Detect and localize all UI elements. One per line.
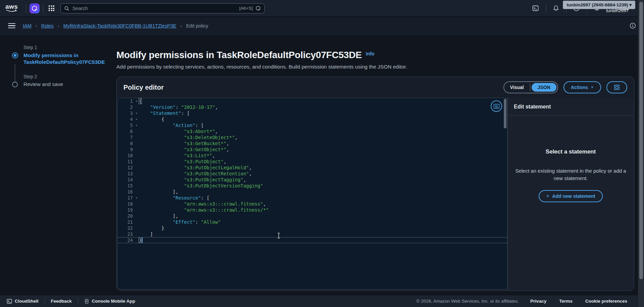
line-number: 15 — [117, 183, 134, 188]
json-string: "s3:PutObjectTagging" — [184, 177, 243, 182]
breadcrumb-link[interactable]: Roles — [41, 23, 54, 29]
amazon-q-icon[interactable] — [30, 3, 40, 13]
code-line[interactable]: 19"arn:aws:s3:::crawl.fitness/*" — [117, 207, 507, 213]
actions-button[interactable]: Actions ▼ — [564, 81, 601, 93]
fold-arrow-icon[interactable]: ▾ — [134, 196, 139, 200]
step-2-title[interactable]: Review and save — [23, 81, 106, 87]
code-line[interactable]: 12"s3:PutObjectLegalHold", — [117, 165, 507, 171]
breadcrumb-link[interactable]: IAM — [23, 23, 32, 29]
json-punctuation: : [ — [181, 111, 190, 116]
console-mobile-app-button[interactable]: Console Mobile App — [84, 299, 135, 304]
code-line[interactable]: 17▾"Resource": [ — [117, 195, 507, 201]
footer-link-cookie-preferences[interactable]: Cookie preferences — [585, 299, 627, 304]
code-line[interactable]: 24} — [117, 237, 507, 243]
services-grid-icon[interactable] — [49, 5, 54, 11]
info-link[interactable]: Info — [366, 51, 375, 56]
fold-arrow-icon[interactable]: ▾ — [134, 112, 139, 115]
cloudshell-icon — [7, 299, 12, 304]
line-number: 24 — [117, 237, 134, 243]
json-punctuation: { — [139, 98, 142, 104]
code-text: "s3:List*", — [139, 153, 215, 158]
code-line[interactable]: 5▾"Action": [ — [117, 122, 507, 128]
json-code-editor[interactable]: 1▾{2"Version": "2012-10-17",3▾"Statement… — [117, 98, 507, 290]
code-line[interactable]: 16], — [117, 189, 507, 195]
code-text: "s3:GetBucket*", — [139, 141, 229, 146]
code-line[interactable]: 6"s3:Abort*", — [117, 128, 507, 134]
footer-link-privacy[interactable]: Privacy — [530, 299, 546, 304]
code-line[interactable]: 2"Version": "2012-10-17", — [117, 104, 507, 110]
breadcrumb-separator: › — [180, 23, 182, 29]
json-string: "s3:PutObject" — [184, 159, 223, 164]
breadcrumb-current: Edit policy — [186, 23, 208, 29]
json-punctuation: ] — [150, 231, 153, 237]
code-text: { — [139, 117, 164, 122]
copyright-text: © 2026, Amazon Web Services, Inc. or its… — [416, 299, 519, 304]
toggle-visual[interactable]: Visual — [504, 85, 530, 90]
toggle-json[interactable]: JSON — [532, 83, 556, 92]
aws-smile-icon — [6, 9, 18, 12]
footer-link-terms[interactable]: Terms — [559, 299, 573, 304]
code-line[interactable]: 21"Effect": "Allow" — [117, 219, 507, 225]
code-line[interactable]: 8"s3:GetBucket*", — [117, 140, 507, 146]
expand-panel-button[interactable] — [606, 81, 627, 93]
search-box[interactable]: [Alt+S] — [60, 3, 265, 13]
mouse-ibeam-cursor — [277, 233, 280, 238]
breadcrumb-separator: › — [36, 23, 37, 29]
json-string: "arn:aws:s3:::crawl.fitness" — [184, 201, 263, 207]
page-scrollbar-thumb[interactable] — [639, 2, 643, 279]
console-footer: CloudShell Feedback Console Mobile App ©… — [0, 295, 644, 307]
json-string: "s3:GetBucket*" — [184, 141, 226, 146]
code-text: "s3:PutObjectVersionTagging" — [139, 183, 263, 188]
cloudshell-icon[interactable] — [529, 3, 542, 14]
cloudshell-footer-button[interactable]: CloudShell — [7, 299, 39, 304]
breadcrumb-link[interactable]: MyfitInfraStack-TaskRole30FC0FBB-1UB1TZl… — [63, 23, 176, 29]
json-punctuation: { — [161, 117, 164, 122]
code-line[interactable]: 14"s3:PutObjectTagging", — [117, 177, 507, 183]
line-number: 19 — [117, 207, 134, 213]
code-line[interactable]: 10"s3:List*", — [117, 152, 507, 159]
code-line[interactable]: 20], — [117, 213, 507, 219]
side-menu-icon[interactable] — [8, 23, 15, 29]
fold-arrow-icon[interactable]: ▾ — [134, 124, 139, 127]
code-line[interactable]: 1▾{ — [117, 98, 507, 104]
line-number: 2 — [117, 104, 134, 110]
line-number: 10 — [117, 153, 134, 158]
line-number: 16 — [117, 189, 134, 194]
line-number: 22 — [117, 225, 134, 231]
accessibility-keyboard-button[interactable] — [491, 100, 502, 112]
code-line[interactable]: 18"arn:aws:s3:::crawl.fitness", — [117, 201, 507, 207]
fold-arrow-icon[interactable]: ▾ — [134, 99, 139, 103]
code-text: } — [139, 237, 143, 243]
step-1-radio-icon[interactable] — [12, 52, 18, 58]
notifications-bell-icon[interactable] — [549, 3, 563, 14]
editor-scrollbar — [504, 98, 506, 289]
page-scrollbar — [638, 0, 644, 307]
divider — [530, 84, 530, 91]
code-line[interactable]: 7"s3:DeleteObject*", — [117, 134, 507, 140]
feedback-button[interactable]: Feedback — [51, 299, 72, 304]
step-1-title[interactable]: Modify permissions in TaskRoleDefaultPol… — [23, 52, 106, 65]
code-line[interactable]: 9"s3:GetObject*", — [117, 146, 507, 152]
search-input[interactable] — [72, 6, 239, 11]
editor-scrollbar-thumb[interactable] — [504, 99, 506, 128]
code-line[interactable]: 22} — [117, 225, 507, 231]
aws-logo[interactable]: aws — [5, 4, 18, 12]
policy-editor-panel: Policy editor Visual JSON Actions ▼ — [116, 77, 634, 291]
line-number: 3 — [117, 111, 134, 116]
fold-arrow-icon[interactable]: ▾ — [134, 118, 139, 121]
line-number: 23 — [117, 231, 134, 237]
step-2[interactable]: Step 2 Review and save — [12, 74, 106, 87]
add-new-statement-button[interactable]: + Add new statement — [539, 190, 602, 202]
breadcrumb-separator: › — [58, 23, 59, 29]
step-1[interactable]: Step 1 Modify permissions in TaskRoleDef… — [12, 45, 106, 65]
code-line[interactable]: 23] — [117, 231, 507, 237]
info-icon[interactable] — [630, 23, 636, 29]
code-text: "Statement": [ — [139, 111, 190, 116]
code-line[interactable]: 3▾"Statement": [ — [117, 110, 507, 116]
code-line[interactable]: 15"s3:PutObjectVersionTagging" — [117, 183, 507, 189]
chevron-down-icon: ▼ — [591, 86, 594, 89]
code-line[interactable]: 4▾{ — [117, 116, 507, 122]
json-punctuation: ], — [173, 213, 178, 219]
code-line[interactable]: 11"s3:PutObject", — [117, 159, 507, 165]
code-line[interactable]: 13"s3:PutObjectRetention", — [117, 171, 507, 177]
